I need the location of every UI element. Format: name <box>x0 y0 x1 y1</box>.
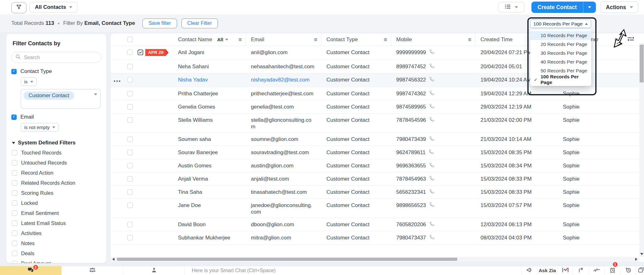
value-pill[interactable]: Customer Contact <box>24 92 74 100</box>
contact-name[interactable]: Pritha Chatterjee <box>178 91 218 97</box>
table-row[interactable]: ●●● David Boon dboon@glion.com Customer … <box>111 218 644 231</box>
filter-checkbox[interactable] <box>12 221 17 226</box>
scroll-right-icon[interactable] <box>635 258 637 261</box>
system-filter-item[interactable]: Notes <box>12 240 101 247</box>
row-checkbox[interactable] <box>127 222 133 227</box>
system-filter-item[interactable]: Activities <box>12 230 101 237</box>
system-defined-filters-header[interactable]: System Defined Filters <box>12 140 101 146</box>
contact-type-checkbox[interactable] <box>11 69 17 74</box>
view-selector[interactable]: All Contacts <box>30 2 78 13</box>
phone-icon[interactable] <box>429 202 435 209</box>
contact-email[interactable]: stella@glionconsulting.com <box>251 117 314 130</box>
list-view-button[interactable] <box>498 2 525 13</box>
contact-name[interactable]: Austin Gomes <box>178 163 212 169</box>
phone-icon[interactable] <box>429 49 435 56</box>
vertical-scrollbar-thumb[interactable] <box>640 45 644 82</box>
system-filter-item[interactable]: Locked <box>12 199 101 206</box>
contact-name[interactable]: Stella Williams <box>178 117 213 123</box>
contact-name[interactable]: Anil Jogani <box>178 49 204 55</box>
contact-email[interactable]: souravtrading@test.com <box>251 149 309 156</box>
system-filter-item[interactable]: Deals <box>12 250 101 257</box>
vertical-scrollbar[interactable] <box>639 43 644 257</box>
contact-name[interactable]: Nisha Yadav <box>178 77 208 83</box>
clear-filter-button[interactable]: Clear Filter <box>181 19 218 28</box>
filter-checkbox[interactable] <box>12 160 17 166</box>
system-filter-item[interactable]: Related Records Action <box>12 179 101 186</box>
signature-button[interactable] <box>589 266 604 275</box>
column-menu-icon[interactable]: ≡ <box>238 37 242 42</box>
contact-name[interactable]: Sourav Banerjee <box>178 149 218 155</box>
contact-email[interactable]: tinasahatech@test.com <box>251 189 307 195</box>
row-checkbox[interactable] <box>127 235 133 240</box>
copy-button[interactable] <box>636 266 644 275</box>
horizontal-scrollbar-thumb[interactable] <box>117 258 457 261</box>
row-checkbox[interactable] <box>127 203 133 208</box>
filter-email[interactable]: Email <box>11 114 101 120</box>
column-menu-icon[interactable]: ≡ <box>614 37 618 42</box>
contact-email[interactable]: genelia@test.com <box>251 104 294 110</box>
filter-checkbox[interactable] <box>12 180 17 186</box>
phone-icon[interactable] <box>429 136 435 143</box>
filter-checkbox[interactable] <box>12 200 17 206</box>
system-filter-item[interactable]: Latest Email Status <box>12 220 101 227</box>
filter-contact-type[interactable]: Contact Type <box>11 68 101 75</box>
ask-zia-button[interactable]: Ask Zia <box>537 266 557 275</box>
row-checkbox[interactable] <box>127 176 133 182</box>
filter-checkbox[interactable] <box>12 190 17 196</box>
table-row[interactable]: ●●● Genelia Gomes genelia@test.com Custo… <box>111 100 644 114</box>
per-page-option[interactable]: ✓100 Records Per Page <box>530 75 591 84</box>
contact-email[interactable]: prithechatterjee@test.com <box>251 90 314 97</box>
email-checkbox[interactable] <box>11 115 17 120</box>
table-row[interactable]: ●●● Soumen saha soumne@glion.com Custome… <box>111 133 644 146</box>
contact-name[interactable]: Genelia Gomes <box>178 104 215 110</box>
row-checkbox[interactable] <box>127 189 133 195</box>
recent-items-button[interactable] <box>620 266 636 275</box>
filter-search[interactable] <box>11 52 101 63</box>
column-header-contact-name[interactable]: Contact Name <box>178 36 212 43</box>
contact-email[interactable]: austin@glion.com <box>251 162 293 169</box>
name-scope-dropdown[interactable]: All <box>217 37 228 42</box>
column-menu-icon[interactable]: ≡ <box>314 37 317 42</box>
contact-name[interactable]: Neha Sahani <box>178 64 209 70</box>
contact-email[interactable]: anjali@test.com <box>251 176 289 182</box>
filter-checkbox[interactable] <box>12 210 17 216</box>
table-row[interactable]: ●●● Tina Saha tinasahatech@test.com Cust… <box>111 186 644 199</box>
column-menu-icon[interactable]: ≡ <box>384 37 387 42</box>
table-row[interactable]: ●●● Austin Gomes austin@glion.com Custom… <box>111 159 644 172</box>
phone-icon[interactable] <box>429 149 434 156</box>
reminders-button[interactable]: 1 <box>604 266 620 275</box>
smart-chat-placeholder[interactable]: Here is your Smart Chat (Ctrl+Space) <box>185 268 275 273</box>
contact-email[interactable]: nehasahanitech@test.com <box>251 63 314 70</box>
filter-checkbox[interactable] <box>12 231 17 236</box>
row-checkbox[interactable] <box>127 137 133 142</box>
contact-name[interactable]: Anjali Verma <box>178 176 208 182</box>
row-checkbox[interactable] <box>127 163 133 168</box>
table-row[interactable]: ●●● Pritha Chatterjee prithechatterjee@t… <box>111 87 644 100</box>
column-chooser-icon[interactable] <box>627 36 634 43</box>
task-icon[interactable] <box>137 49 144 57</box>
records-per-page-select[interactable]: 100 Records Per Page <box>530 20 591 28</box>
table-row[interactable]: ●●● Subhankar Mukherjee mitra@glion.com … <box>111 231 644 244</box>
save-filter-button[interactable]: Save filter <box>142 19 177 28</box>
filter-checkbox[interactable] <box>12 241 17 246</box>
row-actions-icon[interactable]: ●●● <box>114 78 121 84</box>
channels-tab[interactable] <box>62 266 123 275</box>
table-row[interactable]: ●●● Anjali Verma anjali@test.com Custome… <box>111 172 644 186</box>
scroll-left-icon[interactable] <box>112 258 114 261</box>
column-header-email[interactable]: Email <box>251 36 264 43</box>
contact-email[interactable]: anil@glion.com <box>251 49 287 56</box>
zia-insights-button[interactable] <box>557 266 573 275</box>
system-filter-item[interactable]: Deal Amount <box>12 260 101 263</box>
table-row[interactable]: ●●● Jane Doe janedoe@glionconsulting.com… <box>111 199 644 218</box>
per-page-option[interactable]: 10 Records Per Page <box>530 31 591 40</box>
column-menu-icon[interactable]: ≡ <box>468 37 471 42</box>
system-filter-item[interactable]: Touched Records <box>12 149 101 156</box>
row-checkbox[interactable] <box>127 64 133 69</box>
phone-icon[interactable] <box>429 117 435 124</box>
select-all-checkbox[interactable] <box>127 37 133 42</box>
contact-name[interactable]: David Boon <box>178 222 206 227</box>
phone-icon[interactable] <box>429 76 435 83</box>
filter-checkbox[interactable] <box>12 150 17 155</box>
announcement-button[interactable] <box>521 266 537 275</box>
actions-button[interactable]: Actions <box>601 2 638 13</box>
